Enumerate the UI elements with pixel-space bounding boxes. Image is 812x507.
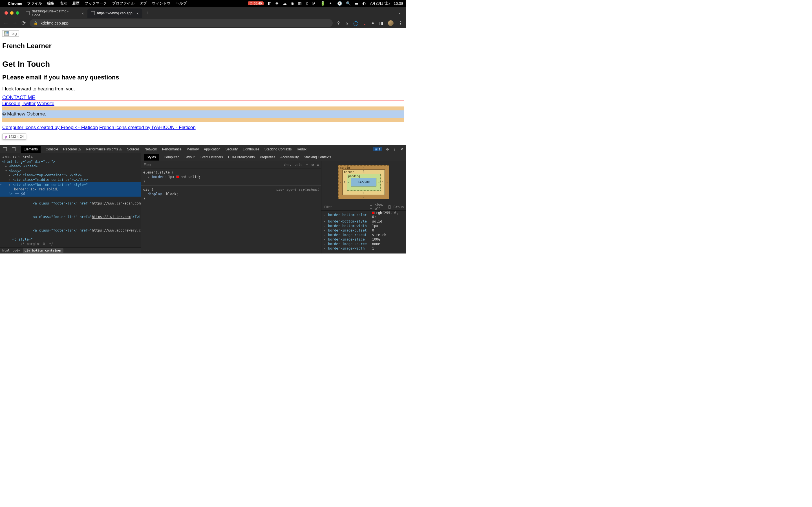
- computed-row[interactable]: border-image-sourcenone: [321, 242, 406, 246]
- package-icon[interactable]: ❖: [275, 1, 279, 6]
- extension-pocket-icon[interactable]: ⌄: [363, 20, 366, 26]
- subtab-stacking[interactable]: Stacking Contexts: [304, 155, 331, 159]
- control-center-icon[interactable]: ☰: [355, 1, 358, 6]
- close-tab-icon[interactable]: ×: [137, 11, 139, 16]
- subtab-properties[interactable]: Properties: [260, 155, 275, 159]
- subtab-layout[interactable]: Layout: [185, 155, 195, 159]
- menu-view[interactable]: 表示: [60, 1, 67, 6]
- panel-application[interactable]: Application: [204, 147, 220, 151]
- new-style-rule-icon[interactable]: ＋: [305, 162, 309, 167]
- lock-icon[interactable]: 🔒: [34, 21, 38, 25]
- footer-link-twitter[interactable]: Twitter: [22, 101, 36, 106]
- subtab-styles[interactable]: Styles: [144, 154, 159, 161]
- panel-lighthouse[interactable]: Lighthouse: [243, 147, 259, 151]
- menu-window[interactable]: ウィンドウ: [152, 1, 170, 6]
- attribution-link[interactable]: Computer icons created by Freepik - Flat…: [2, 125, 98, 130]
- breadcrumb-current[interactable]: div.bottom-container: [23, 248, 63, 253]
- new-tab-button[interactable]: +: [144, 9, 152, 17]
- subtab-eventlisteners[interactable]: Event Listeners: [200, 155, 223, 159]
- window-controls[interactable]: [4, 11, 19, 15]
- side-panel-icon[interactable]: ◨: [379, 20, 384, 26]
- devtools-more-icon[interactable]: ⋮: [393, 147, 396, 151]
- clock-badge[interactable]: ⏱08:40: [248, 1, 264, 5]
- show-all-checkbox[interactable]: [370, 205, 372, 209]
- chrome-menu-icon[interactable]: ⋮: [398, 20, 403, 26]
- group-checkbox[interactable]: [388, 205, 391, 209]
- menu-tab[interactable]: タブ: [140, 1, 147, 6]
- profile-avatar[interactable]: [388, 20, 394, 26]
- computed-row[interactable]: border-image-width1: [321, 246, 406, 251]
- circle-dot-icon[interactable]: ◉: [291, 1, 294, 6]
- reload-button[interactable]: ⟳: [21, 20, 26, 26]
- attribution-link[interactable]: French icons created by IYAHICON - Flati…: [99, 125, 196, 130]
- computed-row[interactable]: border-bottom-width1px: [321, 224, 406, 228]
- breadcrumb-body[interactable]: body: [13, 249, 20, 252]
- computed-row[interactable]: border-bottom-colorrgb(255, 0, 0): [321, 211, 406, 219]
- panel-network[interactable]: Network: [145, 147, 157, 151]
- siri-icon[interactable]: ◐: [362, 1, 366, 6]
- panel-console[interactable]: Console: [46, 147, 58, 151]
- panel-redux[interactable]: Redux: [297, 147, 306, 151]
- tab-codesandbox[interactable]: dazzling-curie-kdefmq - Code… ×: [22, 8, 87, 18]
- menu-profile[interactable]: プロファイル: [112, 1, 135, 6]
- spotlight-icon[interactable]: 🔍: [346, 1, 351, 6]
- menu-edit[interactable]: 編集: [47, 1, 54, 6]
- extensions-icon[interactable]: ✦: [371, 20, 375, 26]
- devtools-settings-icon[interactable]: ⚙: [386, 147, 389, 151]
- clock-icon[interactable]: 🕘: [337, 1, 342, 6]
- styles-rules[interactable]: element.style { border: 1px red solid; }…: [141, 168, 321, 253]
- panel-security[interactable]: Security: [225, 147, 238, 151]
- issues-counter[interactable]: ▣1: [373, 147, 382, 151]
- panel-stacking[interactable]: Stacking Contexts: [264, 147, 292, 151]
- battery-icon[interactable]: 🔋: [320, 1, 325, 6]
- address-bar[interactable]: 🔒 kdefmq.csb.app: [30, 19, 333, 27]
- hov-toggle[interactable]: :hov: [283, 163, 292, 167]
- menu-bookmarks[interactable]: ブックマーク: [85, 1, 107, 6]
- computed-filter-input[interactable]: [324, 205, 367, 209]
- tabs-overflow-icon[interactable]: ⌄: [398, 10, 402, 15]
- menu-help[interactable]: ヘルプ: [175, 1, 187, 6]
- input-source-badge[interactable]: A: [312, 2, 316, 5]
- share-icon[interactable]: ⇪: [337, 20, 340, 26]
- panel-memory[interactable]: Memory: [187, 147, 199, 151]
- back-button[interactable]: ←: [3, 20, 8, 26]
- box-model[interactable]: margin - - - - border 1 1 1 1: [321, 161, 406, 203]
- subtab-dombreakpoints[interactable]: DOM Breakpoints: [228, 155, 255, 159]
- stage-manager-icon[interactable]: ◧: [267, 1, 271, 6]
- bluetooth-icon[interactable]: ᛒ: [306, 1, 308, 6]
- computed-sidebar-icon[interactable]: ⧉: [312, 163, 314, 167]
- device-toolbar-icon[interactable]: [12, 147, 16, 151]
- dom-selected-node[interactable]: <div class="bottom-container" style=" bo…: [0, 182, 141, 196]
- styles-more-icon[interactable]: ▭: [317, 163, 319, 167]
- panel-recorder[interactable]: Recorder ⚠: [63, 147, 81, 151]
- panel-elements[interactable]: Elements: [21, 146, 41, 153]
- computed-row[interactable]: border-bottom-stylesolid: [321, 219, 406, 224]
- computed-row[interactable]: border-image-slice100%: [321, 237, 406, 242]
- wifi-icon[interactable]: ᯤ: [329, 1, 333, 6]
- subtab-computed[interactable]: Computed: [164, 155, 179, 159]
- cloud-icon[interactable]: ☁: [283, 1, 287, 6]
- footer-link-linkedin[interactable]: LinkedIn: [2, 101, 20, 106]
- tab-preview[interactable]: https://kdefmq.csb.app ×: [87, 8, 142, 18]
- subtab-accessibility[interactable]: Accessibility: [280, 155, 299, 159]
- computed-row[interactable]: border-image-outset0: [321, 228, 406, 233]
- close-tab-icon[interactable]: ×: [82, 11, 84, 16]
- extension-1password-icon[interactable]: ◯: [353, 20, 358, 26]
- styles-filter-input[interactable]: [143, 163, 281, 167]
- devtools-close-icon[interactable]: ✕: [400, 147, 403, 151]
- computed-row[interactable]: border-image-repeatstretch: [321, 233, 406, 237]
- menubar-time[interactable]: 10:38: [394, 1, 403, 6]
- bookmark-star-icon[interactable]: ☆: [345, 20, 349, 26]
- panel-sources[interactable]: Sources: [127, 147, 140, 151]
- breadcrumb-html[interactable]: html: [2, 249, 10, 252]
- cls-toggle[interactable]: .cls: [294, 163, 303, 167]
- inspect-element-icon[interactable]: [3, 147, 7, 151]
- footer-link-website[interactable]: Website: [37, 101, 54, 106]
- menu-history[interactable]: 履歴: [72, 1, 80, 6]
- menu-file[interactable]: ファイル: [27, 1, 42, 6]
- contact-link[interactable]: CONTACT ME: [2, 95, 404, 101]
- dom-breadcrumb[interactable]: html body div.bottom-container: [0, 247, 141, 253]
- panel-performance[interactable]: Performance: [162, 147, 182, 151]
- menubar-date[interactable]: 7月23日(土): [370, 1, 390, 6]
- dom-tree[interactable]: <!DOCTYPE html> <html lang="en" dir="ltr…: [0, 153, 141, 247]
